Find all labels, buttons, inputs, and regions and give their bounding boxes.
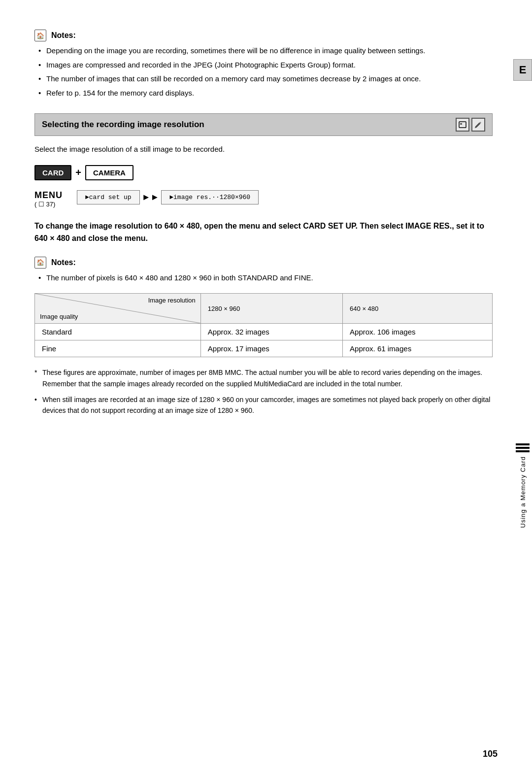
table-standard-val1: Approx. 32 images [200, 324, 342, 340]
menu-label: MENU [34, 190, 69, 201]
diagonal-bottom-left: Image quality [40, 313, 78, 320]
notes-item-4: Refer to p. 154 for the memory card disp… [38, 88, 493, 99]
bold-instruction: To change the image resolution to 640 × … [34, 220, 493, 245]
v-bar-3 [516, 450, 530, 452]
card-icon-svg [459, 121, 466, 128]
diagonal-cell-inner: Image resolution Image quality [35, 294, 200, 323]
side-tab: E [513, 59, 532, 81]
notes-top-section: 🏠 Notes: Depending on the image you are … [34, 30, 493, 99]
notes-header: 🏠 Notes: [34, 30, 493, 41]
header-icon-card [456, 118, 469, 132]
notes-pixels-item-1: The number of pixels is 640 × 480 and 12… [38, 272, 493, 284]
image-table: Image resolution Image quality 1280 × 96… [34, 293, 493, 357]
table-col2-header: 640 × 480 [343, 294, 493, 324]
footer-note-2: When still images are recorded at an ima… [34, 394, 493, 416]
notes-pixels-header: 🏠 Notes: [34, 257, 493, 269]
page-container: E Using a Memory Card 🏠 Notes: Depending… [0, 0, 532, 774]
page-number: 105 [483, 749, 498, 759]
menu-ref: ( ☐ 37) [34, 201, 69, 208]
notes-pixels-list: The number of pixels is 640 × 480 and 12… [34, 272, 493, 284]
vertical-bars [516, 443, 530, 452]
table-row-standard: Standard Approx. 32 images Approx. 106 i… [35, 324, 493, 340]
notes-pixels-title: Notes: [51, 258, 76, 267]
camera-button: CAMERA [85, 165, 133, 180]
header-icon-pencil [471, 118, 485, 132]
section-header-bar: Selecting the recording image resolution [34, 113, 493, 136]
select-text: Select the image resolution of a still i… [34, 144, 493, 155]
v-bar-1 [516, 443, 530, 445]
notes-item-1: Depending on the image you are recording… [38, 45, 493, 57]
table-quality-standard: Standard [35, 324, 201, 340]
menu-box-1: ►card set up [77, 190, 140, 204]
card-button: CARD [34, 165, 71, 180]
table-standard-val2: Approx. 106 images [343, 324, 493, 340]
notes-item-2: Images are compressed and recorded in th… [38, 60, 493, 71]
notes-icon: 🏠 [34, 30, 46, 41]
table-quality-fine: Fine [35, 340, 201, 357]
notes-item-3: The number of images that can still be r… [38, 73, 493, 85]
card-camera-row: CARD + CAMERA [34, 165, 493, 180]
menu-boxes: ►card set up ►► ►image res.··1280×960 [77, 190, 259, 204]
svg-rect-1 [460, 123, 462, 125]
footer-note-1: These figures are approximate, number of… [34, 367, 493, 389]
menu-box-2: ►image res.··1280×960 [161, 190, 259, 204]
section-header-title: Selecting the recording image resolution [42, 120, 204, 130]
diagonal-top-right: Image resolution [148, 297, 196, 304]
menu-label-group: MENU ( ☐ 37) [34, 190, 69, 208]
table-header-row: Image resolution Image quality 1280 × 96… [35, 294, 493, 324]
table-fine-val2: Approx. 61 images [343, 340, 493, 357]
notes-pixels-section: 🏠 Notes: The number of pixels is 640 × 4… [34, 257, 493, 284]
side-tab-letter: E [519, 64, 527, 76]
section-header-icons [456, 118, 485, 132]
menu-row: MENU ( ☐ 37) ►card set up ►► ►image res.… [34, 190, 493, 208]
vertical-side-text-container: Using a Memory Card [513, 443, 532, 528]
table-fine-val1: Approx. 17 images [200, 340, 342, 357]
plus-sign: + [75, 167, 81, 178]
vertical-text-label: Using a Memory Card [519, 456, 527, 528]
pencil-icon-svg [474, 121, 482, 129]
menu-arrow: ►► [142, 192, 160, 202]
notes-list: Depending on the image you are recording… [34, 45, 493, 99]
footer-notes: These figures are approximate, number of… [34, 367, 493, 416]
table-col1-header: 1280 × 960 [200, 294, 342, 324]
diagonal-header-cell: Image resolution Image quality [35, 294, 201, 324]
table-row-fine: Fine Approx. 17 images Approx. 61 images [35, 340, 493, 357]
v-bar-2 [516, 447, 530, 449]
notes-title: Notes: [51, 31, 76, 40]
notes-pixels-icon: 🏠 [34, 257, 46, 269]
